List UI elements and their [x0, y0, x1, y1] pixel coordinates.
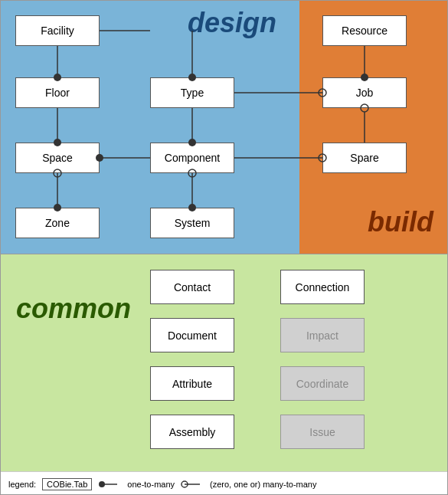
issue-box: Issue [280, 415, 365, 449]
svg-point-26 [99, 481, 105, 487]
resource-box: Resource [322, 15, 407, 46]
common-area: common Contact Document Attribute Assemb… [1, 254, 448, 471]
many-to-many-label: (zero, one or) many-to-many [210, 480, 316, 489]
connection-box: Connection [280, 270, 365, 304]
impact-box: Impact [280, 318, 365, 352]
legend-text: legend: [8, 480, 36, 489]
top-section: design Facility Floor Space Zone Type Co… [1, 1, 448, 254]
design-label: design [188, 7, 276, 39]
job-box: Job [322, 77, 407, 108]
common-label: common [16, 293, 131, 325]
contact-box: Contact [150, 270, 234, 304]
component-box: Component [150, 143, 234, 173]
zone-box: Zone [15, 208, 100, 238]
legend-cobie-tab: COBie.Tab [42, 478, 92, 490]
system-box: System [150, 208, 234, 238]
many-to-many-icon [181, 477, 204, 492]
design-area: design Facility Floor Space Zone Type Co… [1, 1, 299, 254]
spare-box: Spare [322, 143, 407, 173]
one-to-many-label: one-to-many [127, 480, 175, 489]
attribute-box: Attribute [150, 366, 234, 401]
build-label: build [368, 206, 433, 238]
assembly-box: Assembly [150, 415, 234, 449]
one-to-many-icon [98, 477, 121, 492]
build-area: build Resource Job Spare [299, 1, 448, 254]
facility-box: Facility [15, 15, 100, 46]
type-box: Type [150, 77, 234, 108]
space-box: Space [15, 143, 100, 173]
main-container: design Facility Floor Space Zone Type Co… [1, 1, 448, 495]
coordinate-box: Coordinate [280, 366, 365, 401]
legend: legend: COBie.Tab one-to-many (zero, one… [1, 471, 448, 495]
floor-box: Floor [15, 77, 100, 108]
document-box: Document [150, 318, 234, 352]
